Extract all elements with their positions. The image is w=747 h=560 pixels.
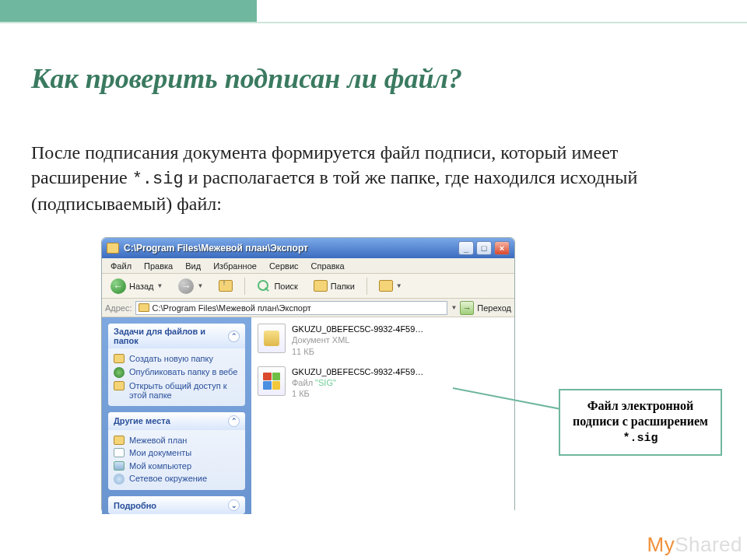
menu-tools[interactable]: Сервис (264, 260, 304, 272)
file-list[interactable]: GKUZU_0BEFEC5C-9932-4F59… Документ XML 1… (251, 317, 514, 514)
computer-icon (114, 461, 124, 471)
close-button[interactable]: × (494, 241, 510, 255)
panel-places-header[interactable]: Другие места ⌃ (108, 412, 245, 430)
address-value: C:\Program Files\Межевой план\Экспорт (153, 303, 311, 313)
file-type-prefix: Файл (292, 378, 315, 387)
window-title: C:\Program Files\Межевой план\Экспорт (124, 243, 456, 254)
task-label: Создать новую папку (129, 354, 213, 364)
toolbar: ← Назад ▼ → ▼ Поиск Папки ▼ (102, 274, 514, 299)
panel-tasks-body: Создать новую папку Опубликовать папку в… (108, 348, 245, 406)
file-item-sig[interactable]: GKUZU_0BEFEC5C-9932-4F59… Файл "SIG" 1 К… (258, 366, 508, 400)
task-label: Открыть общий доступ к этой папке (129, 381, 240, 401)
folder-icon (114, 436, 124, 445)
xml-file-icon (258, 324, 286, 353)
slide-title: Как проверить подписан ли файл? (31, 62, 462, 95)
sig-file-icon (258, 366, 286, 396)
file-name: GKUZU_0BEFEC5C-9932-4F59… (292, 366, 423, 377)
callout-box: Файл электронной подписи с расширением *… (559, 389, 722, 456)
chevron-down-icon: ▼ (197, 282, 203, 289)
file-type-highlight: "SIG" (315, 378, 336, 387)
up-button[interactable] (213, 278, 238, 294)
menu-file[interactable]: Файл (105, 260, 137, 272)
globe-icon (114, 367, 124, 378)
place-my-documents[interactable]: Мои документы (114, 446, 240, 460)
file-meta: GKUZU_0BEFEC5C-9932-4F59… Файл "SIG" 1 К… (292, 366, 423, 400)
file-type: Файл "SIG" (292, 377, 423, 388)
file-meta: GKUZU_0BEFEC5C-9932-4F59… Документ XML 1… (292, 324, 423, 357)
chevron-down-icon: ▼ (157, 282, 163, 289)
address-label: Адрес: (105, 303, 132, 313)
menu-favorites[interactable]: Избранное (208, 260, 262, 272)
tasks-sidebar: Задачи для файлов и папок ⌃ Создать нову… (102, 317, 251, 514)
go-button[interactable]: → (460, 301, 474, 315)
watermark: MyShared (647, 533, 742, 557)
place-network[interactable]: Сетевое окружение (114, 472, 240, 486)
place-parent-folder[interactable]: Межевой план (114, 434, 240, 447)
documents-icon (114, 448, 124, 457)
minimize-button[interactable]: _ (458, 241, 474, 255)
share-icon (114, 381, 124, 390)
file-size: 1 КБ (292, 388, 423, 399)
folders-button[interactable]: Папки (308, 278, 360, 294)
folder-icon (114, 354, 124, 363)
folder-icon (314, 280, 328, 292)
place-label: Мои документы (129, 448, 191, 458)
chevron-down-icon[interactable]: ▼ (451, 304, 457, 311)
panel-tasks-header[interactable]: Задачи для файлов и папок ⌃ (108, 324, 245, 348)
panel-tasks-title: Задачи для файлов и папок (114, 327, 228, 345)
menu-view[interactable]: Вид (180, 260, 206, 272)
address-bar: Адрес: C:\Program Files\Межевой план\Экс… (102, 299, 514, 317)
go-label[interactable]: Переход (477, 303, 511, 313)
search-label: Поиск (274, 282, 297, 291)
menu-bar: Файл Правка Вид Избранное Сервис Справка (102, 258, 514, 274)
panel-places-title: Другие места (114, 416, 170, 425)
panel-places: Другие места ⌃ Межевой план Мои документ… (108, 412, 245, 491)
xml-badge-icon (264, 331, 279, 346)
window-titlebar[interactable]: C:\Program Files\Межевой план\Экспорт _ … (102, 238, 514, 258)
task-share[interactable]: Открыть общий доступ к этой папке (114, 380, 240, 402)
explorer-content: Задачи для файлов и папок ⌃ Создать нову… (102, 317, 514, 514)
header-accent-band (0, 0, 257, 22)
collapse-icon[interactable]: ⌃ (228, 331, 240, 342)
task-new-folder[interactable]: Создать новую папку (114, 352, 240, 366)
toolbar-separator (366, 278, 367, 295)
file-type: Документ XML (292, 334, 423, 345)
explorer-window: C:\Program Files\Межевой план\Экспорт _ … (101, 237, 515, 513)
folder-icon (139, 303, 149, 312)
toolbar-separator (244, 278, 245, 295)
menu-help[interactable]: Справка (306, 260, 350, 272)
windows-logo-icon (263, 373, 280, 390)
back-icon: ← (110, 278, 126, 294)
folder-icon (107, 243, 119, 254)
place-label: Мой компьютер (129, 461, 191, 471)
task-publish[interactable]: Опубликовать папку в вебе (114, 366, 240, 380)
menu-edit[interactable]: Правка (139, 260, 178, 272)
back-button[interactable]: ← Назад ▼ (105, 276, 168, 296)
panel-details-title: Подробно (114, 501, 156, 510)
place-label: Межевой план (129, 436, 187, 446)
file-size: 11 КБ (292, 346, 423, 357)
expand-icon[interactable]: ⌄ (228, 499, 240, 511)
search-icon (257, 279, 271, 293)
task-label: Опубликовать папку в вебе (129, 367, 237, 377)
search-button[interactable]: Поиск (251, 277, 303, 296)
body-extension: *.sig (132, 170, 184, 189)
place-my-computer[interactable]: Мой компьютер (114, 460, 240, 473)
collapse-icon[interactable]: ⌃ (228, 415, 240, 427)
watermark-my: My (647, 533, 675, 556)
back-label: Назад (129, 282, 154, 291)
forward-button[interactable]: → ▼ (173, 276, 209, 296)
watermark-shared: Shared (675, 533, 742, 556)
callout-text: Файл электронной подписи с расширением (573, 399, 708, 428)
file-item-xml[interactable]: GKUZU_0BEFEC5C-9932-4F59… Документ XML 1… (258, 324, 508, 357)
chevron-down-icon: ▼ (396, 282, 402, 289)
place-label: Сетевое окружение (129, 474, 207, 484)
file-name: GKUZU_0BEFEC5C-9932-4F59… (292, 324, 423, 334)
folder-up-icon (219, 280, 233, 292)
panel-tasks: Задачи для файлов и папок ⌃ Создать нову… (108, 324, 245, 406)
views-button[interactable]: ▼ (374, 278, 408, 294)
address-input[interactable]: C:\Program Files\Межевой план\Экспорт (135, 301, 448, 315)
header-divider (0, 22, 747, 23)
maximize-button[interactable]: □ (476, 241, 492, 255)
panel-details-header[interactable]: Подробно ⌄ (108, 496, 245, 514)
